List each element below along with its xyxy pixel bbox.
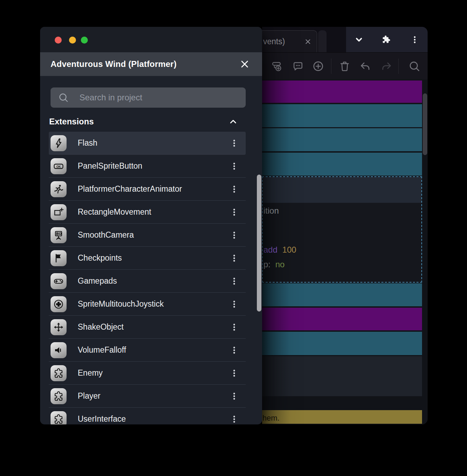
event-code-fragment: add — [263, 245, 277, 255]
move-arrows-icon — [51, 319, 67, 335]
screenshot-stage: vents) itionadd100p:nohem. Adventurous W… — [0, 0, 467, 476]
extension-label: UserInterface — [78, 414, 126, 424]
search-input-wrapper[interactable] — [51, 87, 246, 108]
extension-row-gamepads[interactable]: Gamepads — [49, 270, 246, 293]
rectangle-plus-icon — [51, 204, 67, 220]
editor-window: vents) itionadd100p:nohem. — [262, 27, 428, 424]
kebab-icon[interactable] — [411, 36, 419, 44]
gamepad-icon — [51, 273, 67, 289]
event-code-fragment: p: — [263, 260, 270, 269]
event-code-fragment: no — [275, 260, 285, 269]
project-manager-header: Adventurous Wind (Platformer) — [40, 52, 262, 76]
traffic-light-zoom[interactable] — [81, 37, 88, 44]
extension-row-enemy[interactable]: Enemy — [49, 362, 246, 385]
extensions-list: FlashOKPanelSpriteButtonPlatformerCharac… — [49, 132, 246, 424]
kebab-icon[interactable] — [230, 276, 238, 286]
page-title: Adventurous Wind (Platformer) — [51, 59, 177, 69]
kebab-icon[interactable] — [230, 161, 238, 171]
search-icon — [58, 92, 69, 103]
event-row[interactable] — [262, 128, 422, 151]
kebab-icon[interactable] — [230, 184, 238, 194]
extensions-section-header[interactable]: Extensions — [49, 115, 246, 128]
extension-row-platformercharacteranimator[interactable]: PlatformerCharacterAnimator — [49, 178, 246, 201]
extension-row-shakeobject[interactable]: ShakeObject — [49, 316, 246, 339]
kebab-icon[interactable] — [230, 345, 238, 355]
redo-icon[interactable] — [381, 60, 392, 72]
extension-row-smoothcamera[interactable]: SmoothCamera — [49, 224, 246, 247]
close-icon[interactable] — [240, 59, 250, 69]
extension-row-volumefalloff[interactable]: VolumeFalloff — [49, 339, 246, 362]
add-sub-event-icon[interactable] — [271, 60, 283, 72]
event-row[interactable] — [262, 104, 422, 127]
extension-row-player[interactable]: Player — [49, 385, 246, 408]
trash-icon[interactable] — [339, 60, 351, 72]
search-icon[interactable] — [408, 60, 420, 72]
kebab-icon[interactable] — [230, 138, 238, 148]
event-row[interactable] — [262, 332, 422, 355]
joystick-icon — [51, 296, 67, 312]
extension-row-checkpoints[interactable]: Checkpoints — [49, 247, 246, 270]
traffic-light-minimize[interactable] — [69, 37, 76, 44]
comment-text-fragment: hem. — [262, 414, 280, 423]
events-scrollbar-thumb[interactable] — [423, 93, 427, 155]
traffic-light-close[interactable] — [55, 37, 62, 44]
undo-icon[interactable] — [359, 60, 371, 72]
kebab-icon[interactable] — [230, 368, 238, 378]
extension-row-rectanglemovement[interactable]: RectangleMovement — [49, 201, 246, 224]
kebab-icon[interactable] — [230, 230, 238, 240]
extension-row-userinterface[interactable]: UserInterface — [49, 408, 246, 424]
extension-label: SmoothCamera — [78, 230, 134, 240]
extension-label: ShakeObject — [78, 322, 124, 332]
panel-scrollbar-thumb[interactable] — [257, 175, 261, 312]
runner-icon — [51, 181, 67, 197]
kebab-icon[interactable] — [230, 207, 238, 217]
kebab-icon[interactable] — [230, 253, 238, 263]
toolbar-separator — [398, 59, 399, 74]
kebab-icon[interactable] — [230, 414, 238, 424]
kebab-icon[interactable] — [230, 322, 238, 332]
puzzle-icon[interactable] — [382, 35, 391, 44]
extension-label: PlatformerCharacterAnimator — [78, 184, 182, 194]
close-icon[interactable] — [305, 38, 311, 45]
extension-label: Checkpoints — [78, 253, 122, 263]
events-toolbar — [262, 52, 428, 79]
clipped-circle-icon[interactable] — [262, 60, 267, 72]
event-code-fragment: 100 — [282, 245, 296, 255]
chevron-up-icon[interactable] — [229, 117, 237, 126]
event-code-fragment: ition — [263, 206, 279, 216]
add-comment-icon[interactable] — [292, 60, 304, 72]
kebab-icon[interactable] — [230, 299, 238, 309]
extension-label: SpriteMultitouchJoystick — [78, 299, 164, 309]
puzzle-outline-icon — [51, 365, 67, 381]
window-controls — [346, 27, 428, 52]
ok-button-icon: OK — [51, 158, 67, 174]
add-circle-icon[interactable] — [312, 60, 324, 72]
event-row[interactable] — [262, 80, 422, 103]
event-row[interactable] — [262, 283, 422, 306]
event-row-selected[interactable]: itionadd100p:no — [262, 176, 422, 283]
search-input[interactable] — [79, 93, 240, 102]
event-row[interactable] — [262, 356, 422, 396]
puzzle-outline-icon — [51, 411, 67, 424]
event-row[interactable] — [262, 153, 422, 176]
extension-row-flash[interactable]: Flash — [49, 132, 246, 155]
comment-row[interactable]: hem. — [262, 410, 422, 424]
kebab-icon[interactable] — [230, 391, 238, 401]
extension-label: PanelSpriteButton — [78, 161, 142, 171]
extension-label: Enemy — [78, 368, 103, 378]
event-code-line: p:no — [263, 260, 285, 269]
extension-row-panelspritebutton[interactable]: OKPanelSpriteButton — [49, 155, 246, 178]
tab-inactive-sliver[interactable] — [318, 30, 327, 53]
flash-icon — [51, 135, 67, 151]
extension-row-spritemultitouchjoystick[interactable]: SpriteMultitouchJoystick — [49, 293, 246, 316]
toolbar-separator — [331, 59, 331, 74]
section-title: Extensions — [49, 117, 94, 126]
event-condition-block[interactable] — [263, 177, 421, 203]
tab-events[interactable]: vents) — [262, 30, 317, 53]
svg-text:OK: OK — [56, 165, 61, 168]
extension-label: Gamepads — [78, 276, 117, 286]
extension-label: RectangleMovement — [78, 207, 151, 217]
editor-tab-bar: vents) — [262, 27, 428, 52]
event-row[interactable] — [262, 308, 422, 330]
chevron-down-icon[interactable] — [354, 35, 364, 44]
